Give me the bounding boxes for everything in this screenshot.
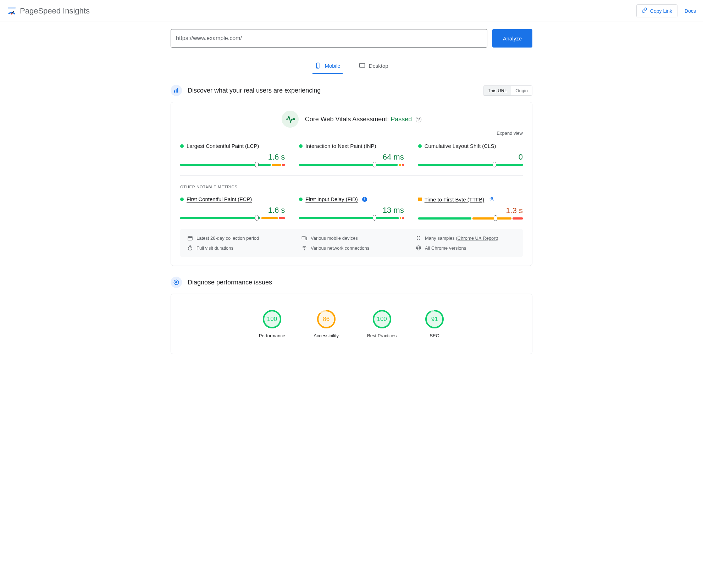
bar-segment — [418, 164, 523, 166]
gauge-value: 86 — [317, 310, 336, 329]
crux-report-link[interactable]: Chrome UX Report — [458, 235, 497, 241]
pulse-icon — [282, 111, 299, 128]
mobile-icon — [315, 62, 321, 69]
status-square-icon — [418, 198, 422, 201]
status-dot-icon — [180, 144, 184, 148]
distribution-bar — [180, 217, 285, 219]
score-label: Performance — [259, 333, 285, 338]
header-left: PageSpeed Insights — [7, 6, 90, 16]
bar-segment — [299, 217, 399, 219]
device-tabs: Mobile Desktop — [171, 58, 532, 74]
tab-mobile[interactable]: Mobile — [312, 58, 342, 74]
toggle-this-url[interactable]: This URL — [483, 86, 511, 95]
svg-rect-0 — [8, 7, 16, 9]
assessment-text: Core Web Vitals Assessment: Passed ? — [305, 116, 422, 123]
metric-name[interactable]: Largest Contentful Paint (LCP) — [187, 143, 259, 149]
vitals-card: Core Web Vitals Assessment: Passed ? Exp… — [171, 102, 532, 266]
bar-marker — [494, 215, 497, 221]
distribution-bar — [180, 164, 285, 166]
devices-icon — [301, 235, 307, 241]
footer-samples: Many samples (Chrome UX Report) — [416, 235, 516, 241]
svg-rect-15 — [302, 236, 305, 239]
tab-desktop[interactable]: Desktop — [357, 58, 391, 74]
distribution-bar — [418, 217, 523, 220]
svg-rect-8 — [176, 89, 177, 93]
svg-rect-11 — [188, 236, 192, 240]
scores-card: 100Performance86Accessibility100Best Pra… — [171, 294, 532, 354]
calendar-icon — [187, 235, 193, 241]
metric-name[interactable]: Time to First Byte (TTFB) — [425, 196, 485, 203]
toggle-origin[interactable]: Origin — [511, 86, 532, 95]
metric-value: 1.3 s — [418, 206, 523, 215]
metric: Time to First Byte (TTFB)⚗1.3 s — [418, 196, 523, 220]
svg-point-30 — [176, 282, 177, 283]
score-accessibility[interactable]: 86Accessibility — [314, 310, 339, 338]
score-best-practices[interactable]: 100Best Practices — [367, 310, 397, 338]
svg-rect-9 — [177, 88, 178, 93]
metric-value: 64 ms — [299, 152, 404, 162]
svg-point-18 — [419, 236, 420, 237]
header-right: Copy Link Docs — [636, 4, 696, 17]
chrome-icon — [416, 245, 421, 251]
app-header: PageSpeed Insights Copy Link Docs — [0, 0, 703, 22]
score-seo[interactable]: 91SEO — [425, 310, 444, 338]
gauge: 100 — [372, 310, 392, 329]
info-badge-icon[interactable]: i — [362, 197, 367, 202]
assessment-label: Core Web Vitals Assessment: — [305, 116, 391, 123]
diagnose-title: Diagnose performance issues — [188, 279, 272, 286]
pagespeed-logo-icon — [7, 6, 16, 16]
bar-segment — [399, 164, 401, 166]
bar-segment — [180, 217, 260, 219]
score-label: Best Practices — [367, 333, 397, 338]
metric-head: Cumulative Layout Shift (CLS) — [418, 143, 523, 149]
docs-link[interactable]: Docs — [685, 8, 696, 14]
samples-icon — [416, 235, 421, 241]
bar-segment — [282, 164, 285, 166]
bar-marker — [373, 162, 376, 167]
footer-durations: Full visit durations — [187, 245, 287, 251]
metric: First Input Delay (FID)i13 ms — [299, 196, 404, 220]
footer-period: Latest 28-day collection period — [187, 235, 287, 241]
main-content: Analyze Mobile Desktop Discover what you… — [164, 22, 539, 372]
search-row: Analyze — [171, 29, 532, 48]
metric-name[interactable]: First Contentful Paint (FCP) — [187, 196, 252, 202]
svg-point-20 — [419, 239, 420, 240]
bar-segment — [272, 164, 281, 166]
expand-view-link[interactable]: Expand view — [180, 131, 523, 136]
url-input[interactable] — [171, 29, 487, 48]
status-dot-icon — [299, 144, 303, 148]
core-metrics-grid: Largest Contentful Paint (LCP)1.6 sInter… — [180, 143, 523, 166]
bar-marker — [255, 215, 259, 221]
bar-marker — [255, 162, 259, 167]
metric-head: First Contentful Paint (FCP) — [180, 196, 285, 202]
assessment-row: Core Web Vitals Assessment: Passed ? — [180, 111, 523, 128]
discover-icon — [171, 85, 182, 96]
analyze-button[interactable]: Analyze — [492, 29, 532, 48]
diagnose-section-head: Diagnose performance issues — [171, 277, 532, 288]
desktop-icon — [359, 62, 365, 69]
metric-name[interactable]: Cumulative Layout Shift (CLS) — [425, 143, 496, 149]
gauge: 86 — [317, 310, 336, 329]
status-dot-icon — [418, 144, 422, 148]
stopwatch-icon — [187, 245, 193, 251]
metric: Cumulative Layout Shift (CLS)0 — [418, 143, 523, 166]
status-dot-icon — [180, 198, 184, 201]
discover-section-head: Discover what your real users are experi… — [171, 85, 532, 96]
metric-head: Time to First Byte (TTFB)⚗ — [418, 196, 523, 203]
metric-head: Interaction to Next Paint (INP) — [299, 143, 404, 149]
bar-segment — [402, 217, 404, 219]
score-performance[interactable]: 100Performance — [259, 310, 285, 338]
metric-value: 13 ms — [299, 206, 404, 215]
metric-name[interactable]: Interaction to Next Paint (INP) — [305, 143, 376, 149]
help-icon[interactable]: ? — [416, 117, 421, 122]
metric-name[interactable]: First Input Delay (FID) — [305, 196, 358, 202]
gauge-value: 100 — [262, 310, 282, 329]
metric-head: Largest Contentful Paint (LCP) — [180, 143, 285, 149]
scope-toggle: This URL Origin — [483, 85, 532, 96]
svg-point-17 — [417, 236, 418, 237]
bar-segment — [472, 217, 511, 220]
copy-link-button[interactable]: Copy Link — [636, 4, 677, 17]
bar-segment — [279, 217, 285, 219]
bar-segment — [299, 164, 398, 166]
gauge: 91 — [425, 310, 444, 329]
